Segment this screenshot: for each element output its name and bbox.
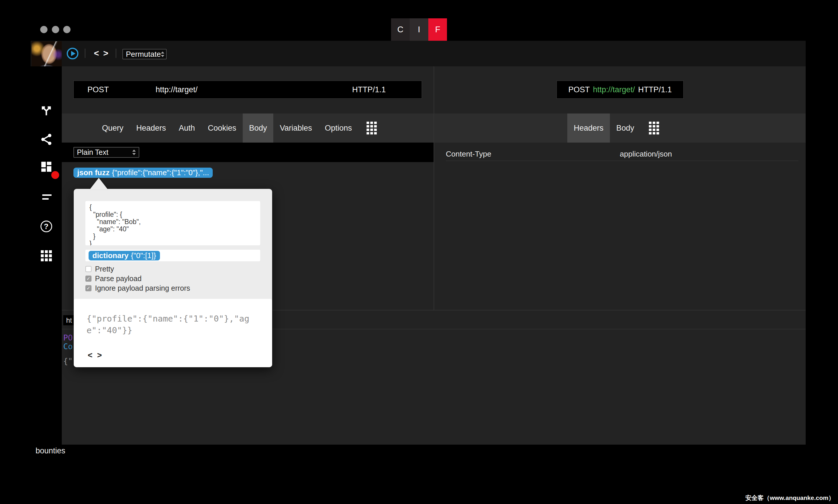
response-method: POST bbox=[568, 85, 590, 94]
toolbar-divider bbox=[116, 49, 116, 58]
dictionary-token-value: {"0":[1]} bbox=[131, 251, 156, 260]
request-url-bar[interactable]: POST http://target/ HTTP/1.1 bbox=[73, 80, 422, 98]
raw-request-line: PO bbox=[63, 333, 73, 342]
checkbox-icon[interactable] bbox=[85, 285, 91, 291]
play-icon bbox=[71, 51, 75, 56]
nav-back-button[interactable]: < bbox=[92, 48, 101, 58]
tab-resp-body[interactable]: Body bbox=[610, 113, 641, 143]
fuzz-json-input[interactable]: { "profile": { "name": "Bob", "age": "40… bbox=[85, 201, 260, 245]
notification-dot bbox=[51, 171, 59, 179]
fuzz-popup: { "profile": { "name": "Bob", "age": "40… bbox=[74, 189, 272, 367]
raw-url-chip[interactable]: ht bbox=[63, 315, 75, 325]
popup-checkbox-parse-payload[interactable]: Parse payload bbox=[85, 275, 142, 282]
sidebar-item-share[interactable] bbox=[31, 133, 62, 146]
sidebar-item-apps[interactable] bbox=[31, 250, 62, 261]
fuzz-result-nav: <> bbox=[88, 350, 107, 360]
tab-auth[interactable]: Auth bbox=[172, 113, 202, 143]
mode-select-value: Permutate bbox=[126, 50, 161, 59]
chrome-tab-i[interactable]: I bbox=[410, 18, 428, 41]
dictionary-token-label: dictionary bbox=[92, 251, 129, 260]
more-tabs-grid-icon[interactable] bbox=[366, 122, 377, 134]
result-prev-button[interactable]: < bbox=[88, 350, 97, 360]
checkbox-label: Pretty bbox=[95, 265, 114, 273]
sidebar-item-lines[interactable] bbox=[31, 194, 62, 200]
window-button-3[interactable] bbox=[63, 26, 70, 33]
checkbox-icon[interactable] bbox=[85, 266, 91, 272]
result-next-button[interactable]: > bbox=[97, 350, 106, 360]
body-type-select[interactable]: Plain Text bbox=[73, 147, 139, 158]
share-icon bbox=[40, 133, 53, 146]
popup-checkbox-ignore-errors[interactable]: Ignore payload parsing errors bbox=[85, 284, 190, 292]
tab-options[interactable]: Options bbox=[319, 113, 358, 143]
fuzz-token-preview: {"profile":{"name":{"1":"0"},"... bbox=[112, 168, 209, 177]
response-url-bar[interactable]: POST http://target/ HTTP/1.1 bbox=[557, 80, 684, 98]
sidebar-item-help[interactable]: ? bbox=[31, 220, 62, 232]
fuzz-token-name: json fuzz bbox=[77, 168, 109, 177]
fuzz-result-box: {"profile":{"name":{"1":"0"},"age":"40"}… bbox=[74, 299, 272, 367]
app-window: < > Permutate bbox=[31, 41, 806, 445]
call-split-icon bbox=[40, 104, 53, 117]
sidebar: ? bbox=[31, 66, 62, 445]
raw-header-line: Co bbox=[63, 342, 73, 351]
request-tabbar: Query Headers Auth Cookies Body Variable… bbox=[62, 113, 433, 143]
dashboard-icon bbox=[40, 160, 53, 174]
help-icon: ? bbox=[40, 220, 52, 232]
body-type-value: Plain Text bbox=[77, 148, 108, 157]
checkbox-label: Parse payload bbox=[95, 274, 142, 283]
checkbox-label: Ignore payload parsing errors bbox=[95, 284, 190, 292]
sidebar-item-split[interactable] bbox=[31, 104, 62, 117]
response-http-version: HTTP/1.1 bbox=[638, 85, 672, 94]
popup-checkbox-pretty[interactable]: Pretty bbox=[85, 265, 114, 273]
dictionary-input[interactable]: dictionary{"0":[1]} bbox=[85, 250, 260, 261]
tab-variables[interactable]: Variables bbox=[273, 113, 319, 143]
mode-select[interactable]: Permutate bbox=[122, 49, 167, 59]
window-button-2[interactable] bbox=[52, 26, 59, 33]
response-url: http://target/ bbox=[593, 85, 635, 94]
request-url: http://target/ bbox=[156, 85, 198, 94]
select-chevrons-icon bbox=[132, 149, 136, 155]
response-tabbar: Headers Body bbox=[434, 113, 806, 143]
checkbox-icon[interactable] bbox=[85, 275, 91, 282]
request-http-version: HTTP/1.1 bbox=[352, 85, 386, 94]
request-method: POST bbox=[87, 85, 109, 94]
chrome-tab-f-active[interactable]: F bbox=[428, 18, 447, 41]
window-button-1[interactable] bbox=[40, 26, 48, 33]
toolbar: < > Permutate bbox=[31, 41, 806, 66]
popup-pointer bbox=[90, 178, 108, 190]
json-fuzz-token[interactable]: json fuzz{"profile":{"name":{"1":"0"},".… bbox=[73, 168, 213, 178]
response-header-name: Content-Type bbox=[446, 149, 491, 159]
tab-query[interactable]: Query bbox=[96, 113, 130, 143]
bounties-link[interactable]: bounties bbox=[36, 446, 65, 455]
more-tabs-grid-icon[interactable] bbox=[649, 122, 659, 134]
response-header-value: application/json bbox=[620, 149, 672, 159]
apps-grid-icon bbox=[41, 250, 52, 261]
fuzz-result-text: {"profile":{"name":{"1":"0"},"age":"40"}… bbox=[87, 313, 251, 336]
tab-cookies[interactable]: Cookies bbox=[201, 113, 243, 143]
run-button[interactable] bbox=[67, 48, 79, 59]
tab-body-active[interactable]: Body bbox=[243, 113, 274, 143]
select-chevrons-icon bbox=[161, 52, 164, 57]
body-type-row: Plain Text bbox=[62, 143, 433, 162]
toolbar-divider bbox=[85, 49, 85, 58]
watermark: 安全客（www.anquanke.com） bbox=[745, 494, 835, 502]
tab-resp-headers-active[interactable]: Headers bbox=[567, 113, 610, 143]
panel-divider[interactable] bbox=[433, 66, 434, 310]
dictionary-token[interactable]: dictionary{"0":[1]} bbox=[89, 251, 160, 260]
nav-forward-button[interactable]: > bbox=[101, 48, 110, 58]
header-row-divider bbox=[446, 161, 798, 161]
tab-headers[interactable]: Headers bbox=[130, 113, 172, 143]
chrome-tab-c[interactable]: C bbox=[391, 18, 410, 41]
lines-icon bbox=[42, 194, 52, 196]
raw-body-line: {" bbox=[63, 357, 73, 365]
